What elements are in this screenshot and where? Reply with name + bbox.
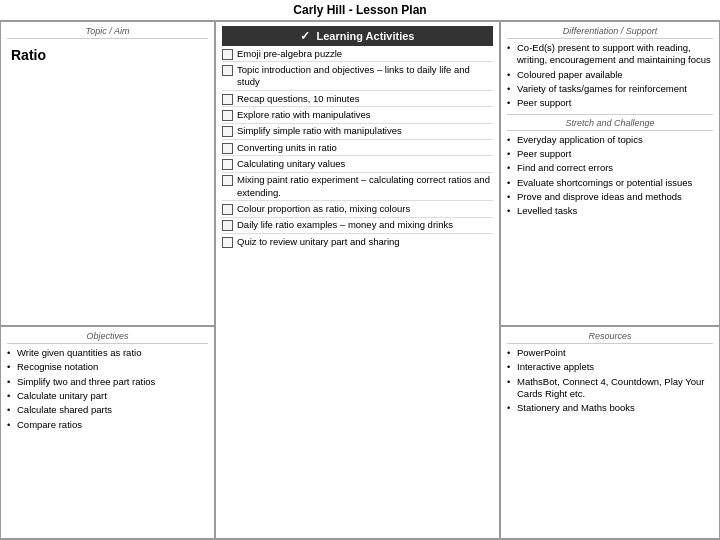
list-item: Peer support xyxy=(507,97,713,109)
activities-header: ✓ Learning Activities xyxy=(222,26,493,46)
activity-row: Daily life ratio examples – money and mi… xyxy=(222,218,493,234)
activity-checkbox[interactable] xyxy=(222,126,233,137)
activity-row: Calculating unitary values xyxy=(222,156,493,172)
activity-text: Quiz to review unitary part and sharing xyxy=(237,236,400,248)
list-item: Peer support xyxy=(507,148,713,160)
activity-checkbox[interactable] xyxy=(222,49,233,60)
stretch-list: Everyday application of topicsPeer suppo… xyxy=(507,134,713,218)
list-item: MathsBot, Connect 4, Countdown, Play You… xyxy=(507,376,713,401)
activities-cell: ✓ Learning Activities Emoji pre-algebra … xyxy=(215,21,500,539)
activity-checkbox[interactable] xyxy=(222,175,233,186)
activity-checkbox[interactable] xyxy=(222,204,233,215)
list-item: Simplify two and three part ratios xyxy=(7,376,208,388)
activity-text: Colour proportion as ratio, mixing colou… xyxy=(237,203,410,215)
stretch-header: Stretch and Challenge xyxy=(507,118,713,131)
list-item: PowerPoint xyxy=(507,347,713,359)
activity-row: Topic introduction and objectives – link… xyxy=(222,62,493,91)
activity-checkbox[interactable] xyxy=(222,237,233,248)
topic-cell: Topic / Aim Ratio xyxy=(0,21,215,326)
obj-list: Write given quantities as ratioRecognise… xyxy=(7,347,208,431)
differentiation-cell: Differentiation / Support Co-Ed(s) prese… xyxy=(500,21,720,326)
list-item: Interactive applets xyxy=(507,361,713,373)
topic-value: Ratio xyxy=(11,47,208,63)
activity-text: Daily life ratio examples – money and mi… xyxy=(237,219,453,231)
obj-header: Objectives xyxy=(7,331,208,344)
activity-row: Mixing paint ratio experiment – calculat… xyxy=(222,173,493,202)
resources-cell: Resources PowerPointInteractive appletsM… xyxy=(500,326,720,539)
resources-header: Resources xyxy=(507,331,713,344)
list-item: Find and correct errors xyxy=(507,162,713,174)
activity-row: Quiz to review unitary part and sharing xyxy=(222,234,493,249)
list-item: Compare ratios xyxy=(7,419,208,431)
activity-text: Topic introduction and objectives – link… xyxy=(237,64,493,89)
diff-list: Co-Ed(s) present to support with reading… xyxy=(507,42,713,110)
page-title: Carly Hill - Lesson Plan xyxy=(0,0,720,21)
list-item: Levelled tasks xyxy=(507,205,713,217)
list-item: Calculate unitary part xyxy=(7,390,208,402)
list-item: Coloured paper available xyxy=(507,69,713,81)
diff-header: Differentiation / Support xyxy=(507,26,713,39)
activity-text: Converting units in ratio xyxy=(237,142,337,154)
activity-row: Recap questions, 10 minutes xyxy=(222,91,493,107)
list-item: Everyday application of topics xyxy=(507,134,713,146)
activity-text: Mixing paint ratio experiment – calculat… xyxy=(237,174,493,199)
activities-list: Emoji pre-algebra puzzleTopic introducti… xyxy=(222,46,493,534)
activity-checkbox[interactable] xyxy=(222,94,233,105)
activity-row: Simplify simple ratio with manipulatives xyxy=(222,124,493,140)
check-icon: ✓ xyxy=(300,29,310,43)
activity-text: Recap questions, 10 minutes xyxy=(237,93,360,105)
activity-checkbox[interactable] xyxy=(222,65,233,76)
activity-checkbox[interactable] xyxy=(222,110,233,121)
topic-header: Topic / Aim xyxy=(7,26,208,39)
list-item: Co-Ed(s) present to support with reading… xyxy=(507,42,713,67)
activity-row: Colour proportion as ratio, mixing colou… xyxy=(222,201,493,217)
list-item: Prove and disprove ideas and methods xyxy=(507,191,713,203)
activity-text: Calculating unitary values xyxy=(237,158,345,170)
list-item: Recognise notation xyxy=(7,361,208,373)
activity-checkbox[interactable] xyxy=(222,143,233,154)
list-item: Calculate shared parts xyxy=(7,404,208,416)
activity-row: Explore ratio with manipulatives xyxy=(222,107,493,123)
list-item: Evaluate shortcomings or potential issue… xyxy=(507,177,713,189)
activity-row: Converting units in ratio xyxy=(222,140,493,156)
activity-checkbox[interactable] xyxy=(222,220,233,231)
objectives-cell: Objectives Write given quantities as rat… xyxy=(0,326,215,539)
activity-checkbox[interactable] xyxy=(222,159,233,170)
activity-text: Simplify simple ratio with manipulatives xyxy=(237,125,402,137)
activity-row: Emoji pre-algebra puzzle xyxy=(222,46,493,62)
resources-list: PowerPointInteractive appletsMathsBot, C… xyxy=(507,347,713,415)
list-item: Write given quantities as ratio xyxy=(7,347,208,359)
activity-text: Emoji pre-algebra puzzle xyxy=(237,48,342,60)
list-item: Stationery and Maths books xyxy=(507,402,713,414)
list-item: Variety of tasks/games for reinforcement xyxy=(507,83,713,95)
activity-text: Explore ratio with manipulatives xyxy=(237,109,371,121)
